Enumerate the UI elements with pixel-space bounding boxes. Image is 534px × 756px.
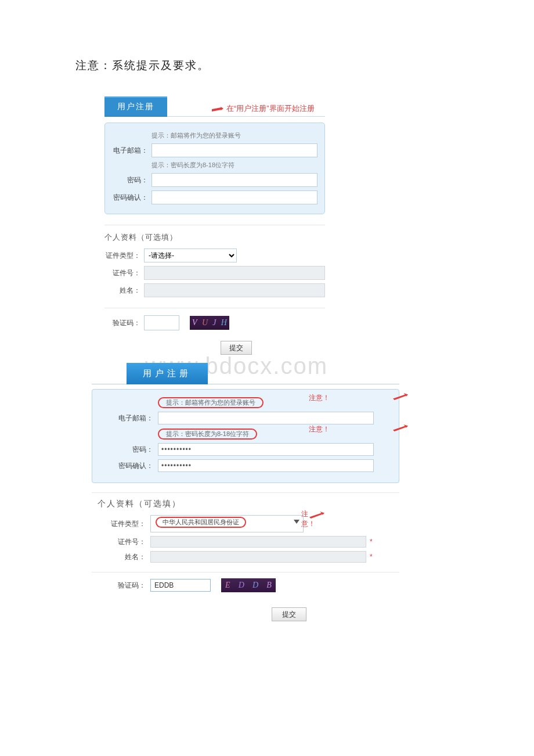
section-personal-info: 个人资料（可选填） [104,232,325,243]
account-panel: 提示：邮箱将作为您的登录账号 电子邮箱： 提示：密码长度为8-18位字符 密码：… [104,123,325,214]
registration-form-filled: 用户注册 提示：邮箱将作为您的登录账号 注意！ 电子邮箱： 提示：密码长度为8-… [92,363,399,621]
page-heading: 注意：系统提示及要求。 [75,58,511,73]
label-idno: 证件号： [104,268,144,278]
hint-password-highlighted: 提示：密码长度为8-18位字符 [158,429,257,440]
required-star: * [370,538,373,546]
idtype-select[interactable]: -请选择- [144,249,237,262]
warn-label: 注意！ [309,424,330,434]
chevron-down-icon [294,520,300,524]
name-input [144,283,325,297]
tab-register[interactable]: 用户注册 [104,96,167,117]
captcha-input[interactable] [144,315,179,330]
idno-input [150,536,366,548]
hint-email: 提示：邮箱将作为您的登录账号 [151,131,317,140]
label-idtype: 证件类型： [104,251,144,261]
registration-form-blank: 用户注册 在“用户注册”界面开始注册 提示：邮箱将作为您的登录账号 电子邮箱： … [104,96,325,355]
account-panel: 提示：邮箱将作为您的登录账号 注意！ 电子邮箱： 提示：密码长度为8-18位字符… [92,389,399,483]
warn-label: 注意！ [301,509,315,529]
label-password-confirm: 密码确认： [99,461,158,471]
captcha-input[interactable] [150,579,211,592]
label-email: 电子邮箱： [112,146,151,156]
password-confirm-input[interactable] [151,190,317,204]
label-email: 电子邮箱： [99,413,158,423]
hint-password: 提示：密码长度为8-18位字符 [151,161,317,170]
captcha-image[interactable]: E D D B [221,578,276,592]
label-name: 姓名： [104,286,144,296]
section-personal-info: 个人资料（可选填） [98,499,399,509]
idno-input [144,266,325,280]
idtype-select[interactable]: 中华人民共和国居民身份证 [150,515,304,532]
required-star: * [370,553,373,561]
email-input[interactable] [151,143,317,157]
name-input [150,551,366,563]
label-password: 密码： [112,175,151,185]
submit-button[interactable]: 提交 [221,341,252,355]
arrow-icon [393,424,408,431]
label-idtype: 证件类型： [92,519,150,529]
password-input[interactable] [158,443,374,456]
label-captcha: 验证码： [92,581,150,591]
warn-label: 注意！ [309,393,330,403]
submit-button[interactable]: 提交 [272,607,306,621]
label-name: 姓名： [92,552,150,562]
label-password-confirm: 密码确认： [112,193,151,203]
captcha-image[interactable]: V U J H [190,316,229,330]
tab-register[interactable]: 用户注册 [127,363,208,384]
arrow-icon [393,393,408,400]
password-input[interactable] [151,173,317,187]
annotation-start-here: 在“用户注册”界面开始注册 [226,103,315,114]
label-idno: 证件号： [92,537,150,547]
email-input[interactable] [158,412,374,424]
label-captcha: 验证码： [104,318,144,328]
arrow-icon [212,106,223,111]
label-password: 密码： [99,445,158,455]
idtype-selected: 中华人民共和国居民身份证 [156,517,246,528]
hint-email-highlighted: 提示：邮箱将作为您的登录账号 [158,397,264,408]
password-confirm-input[interactable] [158,459,374,472]
